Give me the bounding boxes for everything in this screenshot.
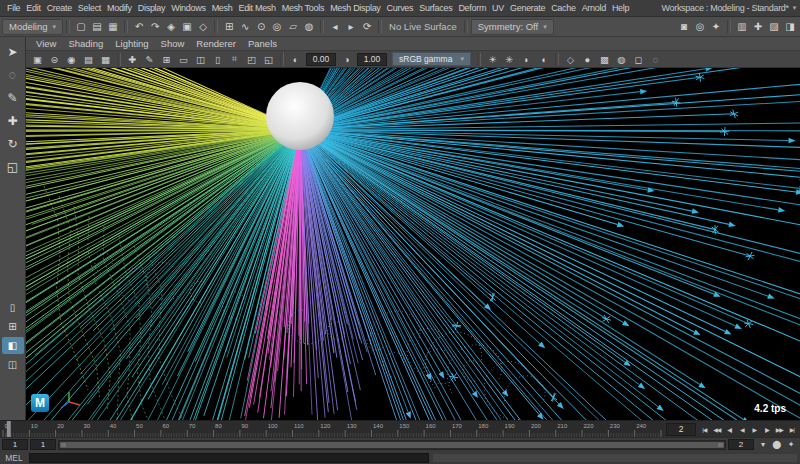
new-scene-icon[interactable]: ▢ (73, 19, 89, 35)
default-lighting-icon[interactable]: ☀ (484, 52, 501, 67)
all-lights-icon[interactable]: ✳ (501, 52, 518, 67)
lock-camera-icon[interactable]: ⊝ (46, 52, 63, 67)
menu-mesh[interactable]: Mesh (209, 2, 236, 14)
section-divider[interactable] (117, 53, 121, 66)
camera-attributes-icon[interactable]: ◉ (63, 52, 80, 67)
section-divider[interactable] (477, 53, 481, 66)
menu-set-selector[interactable]: Modeling ▾ (2, 19, 63, 35)
range-start-handle[interactable] (61, 443, 66, 447)
safe-title-icon[interactable]: ◱ (260, 52, 277, 67)
colorspace-selector[interactable]: sRGB gamma ▾ (392, 52, 471, 66)
panel-menu-shading[interactable]: Shading (62, 38, 109, 49)
shadows-icon[interactable]: ◗ (518, 52, 535, 67)
rotate-tool[interactable]: ↻ (2, 133, 24, 154)
panel-menu-view[interactable]: View (30, 38, 62, 49)
image-plane-icon[interactable]: ▦ (97, 52, 114, 67)
auto-keyframe-icon[interactable]: ⬤ (770, 439, 784, 451)
select-hierarchy-icon[interactable]: ◈ (163, 19, 179, 35)
range-slider-track[interactable] (58, 440, 726, 450)
menu-help[interactable]: Help (609, 2, 632, 14)
menu-deform[interactable]: Deform (455, 2, 489, 14)
move-tool[interactable]: ✚ (2, 110, 24, 131)
go-to-end-button[interactable]: ▶| (786, 422, 799, 437)
section-divider[interactable] (464, 20, 468, 33)
menu-cache[interactable]: Cache (548, 2, 579, 14)
grid-toggle-icon[interactable]: ⊞ (158, 52, 175, 67)
gate-mask-icon[interactable]: ▯ (209, 52, 226, 67)
redo-icon[interactable]: ↷ (147, 19, 163, 35)
field-chart-icon[interactable]: ⌗ (226, 52, 243, 67)
snap-point-icon[interactable]: ⊙ (253, 19, 269, 35)
panel-menu-panels[interactable]: Panels (242, 38, 283, 49)
menu-create[interactable]: Create (44, 2, 75, 14)
save-scene-icon[interactable]: ▦ (105, 19, 121, 35)
lasso-tool[interactable]: ◌ (2, 64, 24, 85)
construction-history-icon[interactable]: ⟳ (359, 19, 375, 35)
paint-select-tool[interactable]: ✎ (2, 87, 24, 108)
menu-edit-mesh[interactable]: Edit Mesh (235, 2, 278, 14)
snap-curve-icon[interactable]: ∿ (237, 19, 253, 35)
wireframe-icon[interactable]: ◇ (562, 52, 579, 67)
section-divider[interactable] (555, 53, 559, 66)
ipr-render-icon[interactable]: ◎ (692, 19, 708, 35)
scale-tool[interactable]: ◱ (2, 156, 24, 177)
panel-menu-show[interactable]: Show (155, 38, 191, 49)
menu-curves[interactable]: Curves (384, 2, 417, 14)
layout-four-pane[interactable]: ⊞ (2, 318, 24, 335)
output-connections-icon[interactable]: ▸ (343, 19, 359, 35)
range-slider-bar[interactable] (60, 442, 724, 448)
section-divider[interactable] (66, 20, 70, 33)
range-end-handle[interactable] (718, 443, 723, 447)
character-set-icon[interactable]: ▾ (756, 439, 770, 451)
exposure-field[interactable]: 0.00 (306, 53, 336, 66)
undo-icon[interactable]: ↶ (131, 19, 147, 35)
attribute-editor-toggle-icon[interactable]: ▥ (734, 19, 750, 35)
snap-grid-icon[interactable]: ⊞ (221, 19, 237, 35)
tool-settings-toggle-icon[interactable]: ✚ (750, 19, 766, 35)
next-key-button[interactable]: ▶▶ (773, 422, 786, 437)
channel-box-toggle-icon[interactable]: ▨ (766, 19, 782, 35)
previous-key-button[interactable]: ◀◀ (711, 422, 724, 437)
menu-mesh-tools[interactable]: Mesh Tools (279, 2, 327, 14)
menu-display[interactable]: Display (135, 2, 168, 14)
modeling-toolkit-toggle-icon[interactable]: ◨ (782, 19, 798, 35)
xray-icon[interactable]: ◻ (630, 52, 647, 67)
grease-pencil-icon[interactable]: ✎ (141, 52, 158, 67)
safe-action-icon[interactable]: ◰ (243, 52, 260, 67)
menu-arnold[interactable]: Arnold (579, 2, 609, 14)
command-line-input[interactable] (29, 453, 429, 463)
section-divider[interactable] (214, 20, 218, 33)
current-frame-field[interactable]: 2 (666, 423, 696, 436)
time-slider-track[interactable]: 0102030405060708090100110120130140150160… (0, 421, 664, 438)
menu-surfaces[interactable]: Surfaces (416, 2, 455, 14)
menu-generate[interactable]: Generate (507, 2, 548, 14)
isolate-select-icon[interactable]: ◌ (647, 52, 664, 67)
animation-start-field[interactable]: 1 (2, 439, 28, 450)
menu-select[interactable]: Select (75, 2, 104, 14)
smooth-shade-icon[interactable]: ● (579, 52, 596, 67)
select-camera-icon[interactable]: ▣ (29, 52, 46, 67)
section-divider[interactable] (320, 20, 324, 33)
input-connections-icon[interactable]: ◂ (327, 19, 343, 35)
workspace-selector[interactable]: Workspace : Modeling - Standard* ▾ (661, 3, 796, 13)
menu-file[interactable]: File (4, 2, 23, 14)
command-line-mode-label[interactable]: MEL (2, 453, 26, 463)
layout-persp-outliner[interactable]: ◧ (2, 337, 24, 354)
layout-single-pane[interactable]: ▯ (2, 299, 24, 316)
gamma-icon[interactable]: ◑ (338, 52, 355, 67)
playback-start-field[interactable]: 1 (30, 439, 56, 450)
section-divider[interactable] (727, 20, 731, 33)
snap-view-plane-icon[interactable]: ▱ (285, 19, 301, 35)
textured-icon[interactable]: ▩ (596, 52, 613, 67)
snap-projected-center-icon[interactable]: ◎ (269, 19, 285, 35)
resolution-gate-icon[interactable]: ◫ (192, 52, 209, 67)
gamma-field[interactable]: 1.00 (357, 53, 387, 66)
menu-edit[interactable]: Edit (23, 2, 43, 14)
2d-pan-zoom-icon[interactable]: ✚ (124, 52, 141, 67)
play-forward-button[interactable]: ▶ (748, 422, 761, 437)
menu-uv[interactable]: UV (489, 2, 507, 14)
menu-modify[interactable]: Modify (104, 2, 135, 14)
playback-end-field[interactable]: 2 (728, 439, 754, 450)
step-forward-button[interactable]: |▶ (761, 422, 774, 437)
occlusion-icon[interactable]: ◖ (535, 52, 552, 67)
